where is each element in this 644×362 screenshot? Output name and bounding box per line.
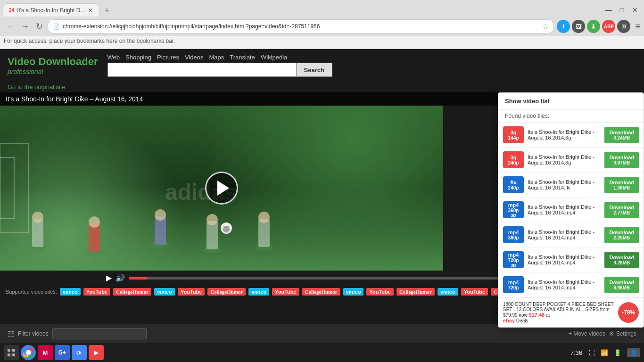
nav-web[interactable]: Web: [107, 54, 120, 61]
minimize-button[interactable]: —: [603, 5, 615, 15]
download-button-5[interactable]: Download 2.25MB: [604, 227, 639, 243]
ad-section[interactable]: 1800 COUNT DEEP POCKET 4 PIECE BED SHEET…: [498, 297, 644, 327]
format-badge-7: mp4 720p: [503, 276, 524, 293]
download-button-3[interactable]: Download 1.06MB: [604, 177, 639, 193]
filter-input[interactable]: [52, 328, 147, 339]
download-button-4[interactable]: Download 2.77MB: [604, 202, 639, 218]
taskbar-apps-button[interactable]: [4, 345, 19, 360]
popup-header: Show video list: [498, 93, 644, 110]
go-original-link[interactable]: Go to the original site: [0, 82, 644, 92]
video-item-5: mp4 360p Its a Shoo-In for Bright Dike -…: [498, 222, 644, 247]
svg-point-24: [26, 351, 30, 354]
vdp-nav: Web Shopping Pictures Videos Maps Transl…: [107, 54, 636, 77]
taskbar-profile-icon[interactable]: 👤: [627, 348, 640, 357]
settings-button[interactable]: ⚙ Settings: [609, 330, 636, 337]
active-tab[interactable]: 24 It's a Shoo-In for Bright D... ✕: [3, 3, 99, 16]
site-vimeo-5[interactable]: vimeo: [438, 288, 458, 296]
popup-subheader: Found video files:: [498, 110, 644, 123]
tab-title: It's a Shoo-In for Bright D...: [17, 7, 85, 14]
dl-size-1: 0.24MB: [609, 135, 634, 140]
site-vimeo-1[interactable]: vimeo: [60, 288, 81, 296]
video-item-6: mp4 720p 3D Its a Shoo-In for Bright Dik…: [498, 247, 644, 272]
site-youtube-5[interactable]: YouTube: [461, 288, 488, 296]
extension-icon-2[interactable]: 🖼: [572, 20, 585, 33]
downloader-extension-icon[interactable]: ⬇: [587, 20, 600, 33]
site-vimeo-2[interactable]: vimeo: [154, 288, 175, 296]
nav-pictures[interactable]: Pictures: [157, 54, 179, 61]
format-badge-5: mp4 360p: [503, 226, 524, 243]
chrome-menu-button[interactable]: ≡: [635, 22, 640, 32]
tab-close-button[interactable]: ✕: [88, 7, 93, 14]
site-youtube-4[interactable]: YouTube: [366, 288, 393, 296]
dl-size-7: 8.96MB: [609, 285, 634, 290]
vdp-logo: Video Downloader professional: [8, 56, 98, 75]
grid-icon[interactable]: ☷: [8, 329, 14, 338]
site-collegehumor-2[interactable]: CollegeHumor: [207, 288, 246, 296]
format-note-4: 3D: [511, 213, 516, 218]
nav-shopping[interactable]: Shopping: [125, 54, 151, 61]
site-youtube-3[interactable]: YouTube: [272, 288, 299, 296]
progress-fill: [129, 277, 148, 280]
site-collegehumor-1[interactable]: CollegeHumor: [113, 288, 151, 296]
svg-rect-22: [12, 354, 15, 356]
progress-bar[interactable]: [129, 277, 507, 280]
dl-label-4: Download: [609, 205, 634, 210]
format-type-3: flv: [511, 180, 517, 185]
download-button-2[interactable]: Download 0.67MB: [604, 152, 639, 168]
new-tab-button[interactable]: +: [101, 5, 112, 16]
site-youtube-2[interactable]: YouTube: [178, 288, 205, 296]
taskbar-gdocs-icon[interactable]: G+: [55, 345, 70, 360]
url-bar[interactable]: 📄 chrome-extension://elicpjhcidhpjomhibi…: [48, 19, 554, 33]
taskbar-drive-icon[interactable]: Dr: [72, 345, 87, 360]
play-pause-button[interactable]: ▶: [106, 273, 112, 282]
bookmark-star-icon[interactable]: ☆: [542, 22, 549, 31]
bookmarks-bar-text: For quick access, place your bookmarks h…: [4, 38, 175, 44]
video-player[interactable]: adidas: [0, 106, 443, 271]
nav-maps[interactable]: Maps: [209, 54, 224, 61]
site-collegehumor-3[interactable]: CollegeHumor: [302, 288, 340, 296]
nav-wikipedia[interactable]: Wikipedia: [261, 54, 287, 61]
format-res-2: 240p: [508, 160, 519, 165]
forward-button[interactable]: →: [19, 21, 31, 33]
video-filename-4: Its a Shoo-In for Bright Dike - August 1…: [528, 204, 601, 215]
site-vimeo-3[interactable]: vimeo: [248, 288, 269, 296]
format-badge-4: mp4 360p 3D: [503, 201, 524, 218]
video-list-popup: Show video list Found video files: 3g 14…: [498, 92, 644, 328]
settings-icon: ⚙: [609, 330, 614, 337]
adblock-extension-icon[interactable]: ABP: [602, 20, 615, 33]
dl-label-3: Download: [609, 180, 634, 185]
svg-rect-20: [12, 349, 15, 352]
nav-videos[interactable]: Videos: [185, 54, 204, 61]
download-button-1[interactable]: Download 0.24MB: [604, 127, 639, 143]
video-item-7: mp4 720p Its a Shoo-In for Bright Dike -…: [498, 272, 644, 297]
maximize-button[interactable]: □: [616, 5, 628, 15]
address-bar: ← → ↻ 📄 chrome-extension://elicpjhcidhpj…: [0, 17, 644, 36]
nav-translate[interactable]: Translate: [230, 54, 255, 61]
taskbar-chrome-icon[interactable]: [21, 345, 36, 360]
dl-label-1: Download: [609, 130, 634, 135]
search-button[interactable]: Search: [296, 63, 332, 77]
site-collegehumor-4[interactable]: CollegeHumor: [396, 288, 435, 296]
format-res-7: 720p: [508, 285, 519, 290]
format-res-4: 360p: [508, 208, 519, 213]
logo-subtitle: professional: [8, 68, 98, 75]
ad-description: 1800 COUNT DEEP POCKET 4 PIECE BED SHEET…: [503, 302, 613, 318]
back-button[interactable]: ←: [4, 21, 16, 33]
site-vimeo-4[interactable]: vimeo: [343, 288, 364, 296]
video-area: It's a Shoo-In for Bright Dike – August …: [0, 92, 644, 285]
download-button-7[interactable]: Download 8.96MB: [604, 277, 639, 293]
taskbar-youtube-icon[interactable]: ▶: [89, 345, 104, 360]
twitter-extension-icon[interactable]: t: [557, 20, 570, 33]
close-window-button[interactable]: ✕: [629, 5, 641, 15]
play-button[interactable]: [205, 172, 238, 205]
download-button-6[interactable]: Download 9.28MB: [604, 252, 639, 268]
volume-button[interactable]: 🔊: [116, 273, 125, 282]
taskbar-gmail-icon[interactable]: M: [38, 345, 53, 360]
reload-button[interactable]: ↻: [34, 20, 45, 33]
move-videos-button[interactable]: + Move videos: [569, 330, 605, 337]
search-input[interactable]: [107, 63, 296, 77]
site-youtube-1[interactable]: YouTube: [83, 288, 110, 296]
grid-extension-icon[interactable]: ⊞: [617, 20, 630, 33]
video-controls: ▶ 🔊 0:00 / 0:27: [100, 271, 544, 285]
format-type-7: mp4: [508, 280, 519, 285]
